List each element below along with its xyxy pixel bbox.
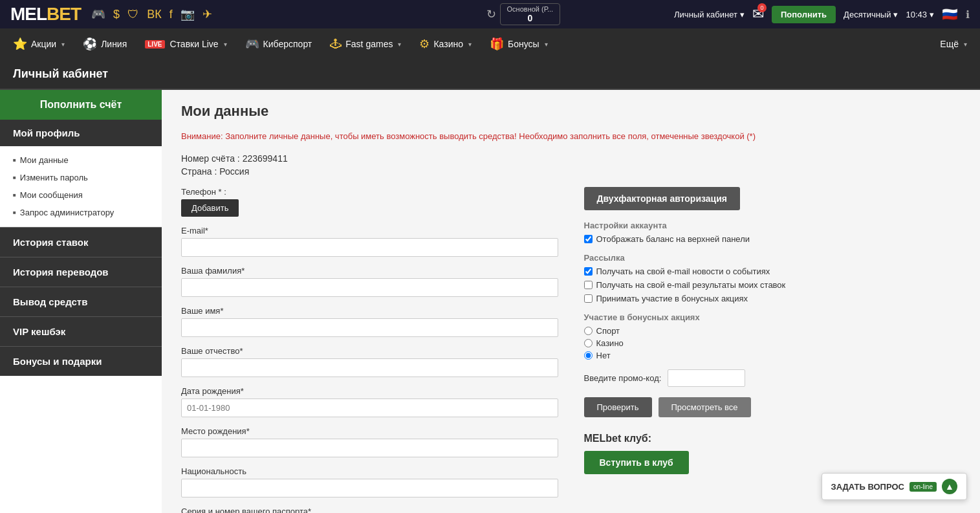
- balance-value: 0: [527, 13, 532, 23]
- birthplace-label: Место рождения*: [181, 426, 558, 436]
- chevron-down-icon: ▾: [224, 41, 227, 48]
- decimal-label: Десятичный: [844, 10, 891, 19]
- receive-bets-row: Получать на свой e-mail результаты моих …: [584, 280, 961, 290]
- sidebar-transfers-history[interactable]: История переводов: [0, 257, 162, 287]
- chevron-down-icon: ▾: [930, 10, 934, 19]
- action-buttons: Проверить Просмотреть все: [584, 397, 961, 417]
- patronymic-group: Ваше отчество*: [181, 346, 558, 377]
- phone-add-button[interactable]: Добавить: [181, 199, 239, 217]
- phone-label: Телефон * :: [181, 187, 558, 197]
- sidebar-withdrawal[interactable]: Вывод средств: [0, 287, 162, 316]
- nationality-input[interactable]: [181, 479, 558, 497]
- lastname-input[interactable]: [181, 278, 558, 297]
- email-group: E-mail*: [181, 226, 558, 257]
- check-button[interactable]: Проверить: [584, 397, 652, 417]
- sidebar-bets-history[interactable]: История ставок: [0, 227, 162, 257]
- nav-bar: ⭐ Акции ▾ ⚽ Линия LIVE Ставки Live ▾ 🎮 К…: [0, 28, 980, 60]
- nav-item-esports[interactable]: 🎮 Киберспорт: [237, 32, 320, 56]
- country-row: Страна : Россия: [181, 166, 961, 177]
- promo-input[interactable]: [668, 369, 745, 387]
- mail-badge: 0: [757, 3, 767, 12]
- chevron-down-icon: ▾: [545, 41, 548, 48]
- chat-up-arrow[interactable]: ▲: [942, 479, 957, 494]
- language-flag[interactable]: 🇷🇺: [942, 6, 958, 22]
- bonus-participation-section: Участие в бонусных акциях Спорт Казино Н…: [584, 312, 961, 360]
- bonus-sport-label: Спорт: [596, 326, 620, 336]
- bonus-no-row: Нет: [584, 351, 961, 360]
- nav-item-fastgames[interactable]: 🕹 Fast games ▾: [322, 32, 409, 56]
- page-header: Личный кабинет: [0, 60, 980, 90]
- game-icon[interactable]: 🎮: [91, 7, 105, 21]
- firstname-group: Ваше имя*: [181, 306, 558, 337]
- patronymic-input[interactable]: [181, 358, 558, 377]
- deposit-button[interactable]: Пополнить: [772, 6, 836, 23]
- bonus-casino-radio[interactable]: [584, 339, 593, 347]
- country-label: Страна :: [181, 166, 217, 177]
- nav-item-more[interactable]: Ещё ▾: [932, 34, 975, 54]
- view-all-button[interactable]: Просмотреть все: [659, 397, 751, 417]
- form-title: Мои данные: [181, 103, 961, 120]
- sidebar-item-messages[interactable]: Мои сообщения: [13, 186, 149, 204]
- instagram-icon[interactable]: 📷: [180, 7, 195, 21]
- birthdate-input[interactable]: [181, 398, 558, 417]
- facebook-icon[interactable]: f: [169, 8, 173, 21]
- time-display[interactable]: 10:43 ▾: [906, 10, 934, 19]
- shield-icon[interactable]: 🛡: [127, 8, 139, 21]
- receive-bonuses-row: Принимать участие в бонусных акциях: [584, 294, 961, 303]
- telegram-icon[interactable]: ✈: [202, 7, 212, 21]
- vk-icon[interactable]: ВК: [147, 8, 162, 21]
- promo-label: Введите промо-код:: [584, 373, 662, 383]
- info-icon[interactable]: ℹ: [966, 8, 970, 21]
- nav-item-bonuses[interactable]: 🎁 Бонусы ▾: [482, 32, 556, 56]
- firstname-input[interactable]: [181, 318, 558, 337]
- sidebar-item-change-password[interactable]: Изменить пароль: [13, 169, 149, 186]
- nav-label-aktsii: Акции: [31, 39, 56, 49]
- bonus-sport-radio[interactable]: [584, 327, 593, 335]
- show-balance-checkbox[interactable]: [584, 235, 593, 243]
- country-value: Россия: [219, 166, 249, 177]
- cabinet-button[interactable]: Личный кабинет ▾: [674, 10, 745, 19]
- nav-label-more: Ещё: [940, 39, 959, 49]
- nav-item-casino[interactable]: ⚙ Казино ▾: [411, 32, 479, 56]
- sidebar-profile-menu: Мои данные Изменить пароль Мои сообщения…: [0, 146, 162, 227]
- decimal-selector[interactable]: Десятичный ▾: [844, 10, 898, 19]
- promo-row: Введите промо-код:: [584, 369, 961, 387]
- sidebar-deposit-button[interactable]: Пополнить счёт: [0, 90, 162, 120]
- receive-news-checkbox[interactable]: [584, 267, 593, 276]
- main-layout: Пополнить счёт Мой профиль Мои данные Из…: [0, 90, 980, 513]
- email-input[interactable]: [181, 238, 558, 257]
- sidebar-bonuses[interactable]: Бонусы и подарки: [0, 346, 162, 376]
- balance-box[interactable]: Основной (Р... 0: [500, 3, 561, 25]
- refresh-icon[interactable]: ↻: [486, 7, 496, 21]
- receive-bets-checkbox[interactable]: [584, 281, 593, 289]
- account-settings-title: Настройки аккаунта: [584, 221, 961, 230]
- birthdate-label: Дата рождения*: [181, 386, 558, 396]
- account-info: Номер счёта : 223699411 Страна : Россия: [181, 153, 961, 177]
- nav-item-live[interactable]: LIVE Ставки Live ▾: [137, 34, 234, 54]
- phone-row: Добавить: [181, 199, 558, 217]
- bonus-no-radio[interactable]: [584, 351, 593, 360]
- sidebar-item-my-data[interactable]: Мои данные: [13, 151, 149, 169]
- nav-item-aktsii[interactable]: ⭐ Акции ▾: [5, 32, 72, 56]
- join-club-button[interactable]: Вступить в клуб: [584, 451, 689, 474]
- mail-button[interactable]: ✉ 0: [752, 6, 764, 23]
- gamepad-icon: 🎮: [245, 37, 259, 51]
- bonus-participation-title: Участие в бонусных акциях: [584, 312, 961, 322]
- chevron-down-icon: ▾: [964, 41, 967, 48]
- patronymic-label: Ваше отчество*: [181, 346, 558, 356]
- sidebar-item-admin-request[interactable]: Запрос администратору: [13, 204, 149, 221]
- sidebar-vip-cashback[interactable]: VIP кешбэк: [0, 316, 162, 346]
- birthplace-input[interactable]: [181, 439, 558, 457]
- sidebar-profile-header[interactable]: Мой профиль: [0, 120, 162, 146]
- dollar-icon[interactable]: $: [113, 8, 120, 21]
- two-factor-button[interactable]: Двухфакторная авторизация: [584, 187, 740, 210]
- casino-icon: ⚙: [419, 37, 430, 51]
- receive-bonuses-checkbox[interactable]: [584, 294, 593, 303]
- nav-item-liniya[interactable]: ⚽ Линия: [75, 32, 135, 56]
- receive-bets-label: Получать на свой e-mail результаты моих …: [596, 280, 786, 290]
- gift-icon: 🎁: [490, 37, 504, 51]
- passport-label: Серия и номер вашего паспорта*: [181, 507, 558, 514]
- nav-label-casino: Казино: [433, 39, 463, 49]
- top-bar: MELBET 🎮 $ 🛡 ВК f 📷 ✈ ↻ Основной (Р... 0…: [0, 0, 980, 28]
- chat-widget[interactable]: ЗАДАТЬ ВОПРОС on-line ▲: [822, 473, 967, 500]
